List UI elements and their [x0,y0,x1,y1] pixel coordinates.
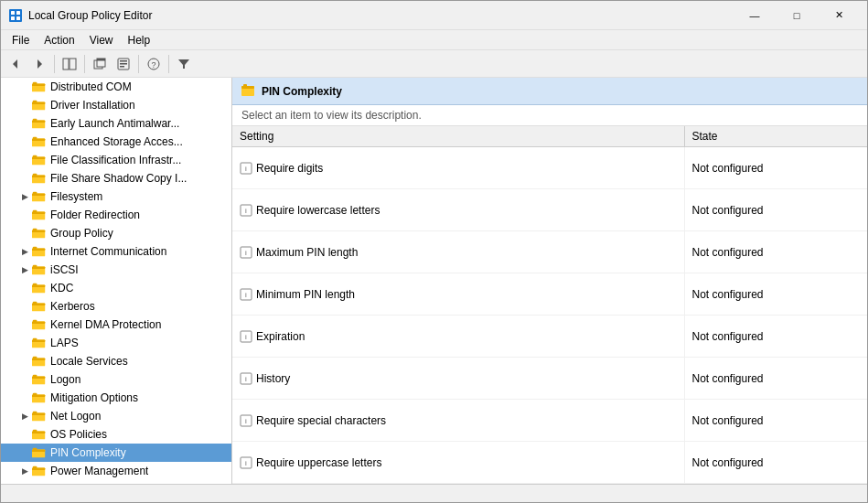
sidebar-item-label-kernel-dma: Kernel DMA Protection [50,318,161,331]
state-cell-history: Not configured [684,358,867,400]
folder-icon-kerberos [32,299,47,314]
minimize-button[interactable]: — [734,1,776,30]
back-button[interactable] [5,53,27,75]
setting-icon-history: i [240,372,252,385]
sidebar-item-label-pin-complexity: PIN Complexity [50,446,126,459]
sidebar-item-logon[interactable]: Logon [1,370,231,389]
right-panel: PIN Complexity Select an item to view it… [232,78,867,484]
state-cell-require-uppercase: Not configured [684,442,867,484]
sidebar-item-pin-complexity[interactable]: PIN Complexity [1,444,231,462]
svg-rect-95 [241,86,254,89]
svg-text:i: i [245,333,247,341]
app-icon [8,8,23,23]
sidebar-item-enhanced-storage[interactable]: Enhanced Storage Acces... [1,133,231,151]
sidebar-item-early-launch[interactable]: Early Launch Antimalwar... [1,114,231,133]
folder-icon-file-classification [32,153,47,167]
tree-arrow-iscsi: ▶ [17,265,32,274]
folder-icon-power-management [32,464,47,478]
svg-rect-51 [33,265,37,268]
menu-action[interactable]: Action [37,32,81,48]
tree-panel: Distributed COM Driver Installation Earl… [1,78,232,484]
sidebar-item-os-policies[interactable]: OS Policies [1,425,231,444]
setting-label-maximum-pin: Maximum PIN length [256,246,358,259]
table-row-history[interactable]: i HistoryNot configured [232,358,867,400]
svg-rect-21 [33,82,37,85]
table-row-require-lowercase[interactable]: i Require lowercase lettersNot configure… [232,189,867,231]
svg-rect-30 [33,137,37,140]
svg-rect-78 [33,430,37,433]
sidebar-item-internet-communication[interactable]: ▶ Internet Communication [1,242,231,261]
help-button[interactable]: ? [143,53,165,75]
main-content: Distributed COM Driver Installation Earl… [1,78,867,484]
panel-header-icon [241,84,256,99]
sidebar-item-group-policy[interactable]: Group Policy [1,224,231,242]
folder-icon-group-policy [32,226,47,241]
setting-label-require-special: Require special characters [256,414,386,427]
svg-rect-13 [120,60,127,62]
setting-label-require-digits: Require digits [256,162,323,175]
svg-rect-8 [70,59,76,70]
sidebar-item-filesystem[interactable]: ▶ Filesystem [1,187,231,206]
svg-rect-96 [243,84,247,87]
close-button[interactable]: ✕ [818,1,860,30]
sidebar-item-laps[interactable]: LAPS [1,334,231,352]
svg-rect-24 [33,101,37,103]
main-window: Local Group Policy Editor — □ ✕ File Act… [0,0,868,503]
setting-icon-expiration: i [240,330,252,343]
menu-file[interactable]: File [5,32,37,48]
panel-header-title: PIN Complexity [262,85,342,98]
sidebar-item-net-logon[interactable]: ▶ Net Logon [1,407,231,425]
svg-marker-6 [38,59,42,69]
folder-icon-mitigation-options [32,391,47,405]
column-setting[interactable]: Setting [232,126,684,147]
sidebar-item-label-logon: Logon [50,373,80,386]
toolbar: ? [1,50,867,78]
setting-label-minimum-pin: Minimum PIN length [256,288,355,301]
table-row-require-special[interactable]: i Require special charactersNot configur… [232,400,867,442]
svg-rect-69 [33,375,37,378]
forward-button[interactable] [28,53,50,75]
new-window-button[interactable] [89,53,111,75]
description-bar: Select an item to view its description. [232,105,867,126]
properties-button[interactable] [113,53,134,75]
svg-text:i: i [245,459,247,467]
svg-marker-5 [13,59,17,69]
sidebar-item-kdc[interactable]: KDC [1,279,231,297]
sidebar-item-iscsi[interactable]: ▶ iSCSI [1,261,231,279]
show-hide-console-button[interactable] [59,53,80,75]
maximize-button[interactable]: □ [776,1,818,30]
table-row-require-uppercase[interactable]: i Require uppercase lettersNot configure… [232,442,867,484]
table-row-expiration[interactable]: i ExpirationNot configured [232,316,867,358]
svg-rect-2 [16,11,20,15]
svg-rect-84 [33,466,37,469]
sidebar-item-label-kerberos: Kerberos [50,300,95,313]
table-row-maximum-pin[interactable]: i Maximum PIN lengthNot configured [232,231,867,273]
svg-rect-7 [63,59,69,70]
svg-text:i: i [245,417,247,425]
table-row-minimum-pin[interactable]: i Minimum PIN lengthNot configured [232,273,867,316]
sidebar-item-file-classification[interactable]: File Classification Infrastr... [1,151,231,169]
setting-icon-require-lowercase: i [240,204,252,217]
folder-icon-enhanced-storage [32,134,47,149]
sidebar-item-power-management[interactable]: ▶ Power Management [1,462,231,480]
folder-icon-internet-communication [32,244,47,259]
table-row-require-digits[interactable]: i Require digitsNot configured [232,147,867,189]
sidebar-item-file-share-shadow[interactable]: File Share Shadow Copy I... [1,169,231,187]
sidebar-item-label-iscsi: iSCSI [50,263,79,276]
sidebar-item-driver-installation[interactable]: Driver Installation [1,96,231,114]
svg-rect-36 [33,174,37,177]
sidebar-item-mitigation-options[interactable]: Mitigation Options [1,389,231,407]
sidebar-item-distributed-com[interactable]: Distributed COM [1,78,231,96]
sidebar-item-kerberos[interactable]: Kerberos [1,297,231,316]
sidebar-item-kernel-dma[interactable]: Kernel DMA Protection [1,316,231,334]
svg-text:?: ? [151,60,155,70]
sidebar-item-locale-services[interactable]: Locale Services [1,352,231,370]
menu-view[interactable]: View [82,32,121,48]
folder-icon-logon [32,372,47,387]
filter-button[interactable] [173,53,195,75]
menu-help[interactable]: Help [121,32,158,48]
sidebar-item-folder-redirection[interactable]: Folder Redirection [1,206,231,224]
setting-icon-maximum-pin: i [240,246,252,259]
column-state[interactable]: State [684,126,867,147]
svg-rect-27 [33,119,37,122]
